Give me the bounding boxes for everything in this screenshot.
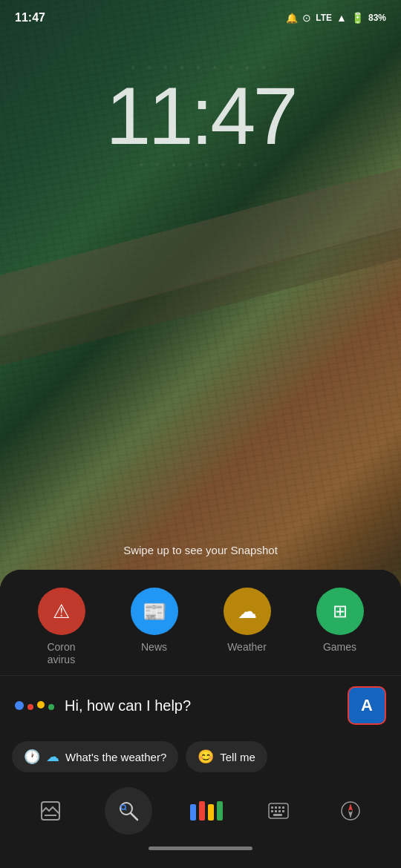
games-icon: ⊞ [316, 588, 364, 635]
lock-sub-blurred: · · · · · · · · [139, 157, 261, 172]
bottom-sheet: ⚠ Coronavirus 📰 News ☁ Weather ⊞ Games [0, 570, 401, 868]
inbox-button[interactable] [33, 793, 68, 829]
games-label: Games [323, 641, 356, 654]
bottom-nav [0, 778, 401, 841]
svg-rect-13 [282, 810, 284, 812]
svg-rect-11 [275, 810, 277, 812]
lock-clock-area: · · · · · · · · · 11:47 · · · · · · · · [0, 59, 401, 172]
weather-suggestion-chip[interactable]: 🕐 ☁ What's the weather? [12, 741, 178, 772]
assistant-bar: Hi, how can I help? A [0, 675, 401, 735]
bar-blue [190, 804, 196, 821]
google-bar-button[interactable] [189, 793, 224, 829]
snapshot-hint-text: Swipe up to see your Snapshot [123, 544, 278, 556]
status-time: 11:47 [15, 11, 45, 24]
battery-percent: 83% [368, 13, 386, 23]
coronavirus-icon: ⚠ [38, 588, 85, 635]
svg-rect-12 [278, 810, 281, 812]
avatar-button[interactable]: A [348, 686, 386, 725]
bar-yellow [208, 804, 214, 821]
lte-signal: LTE [316, 13, 332, 23]
cloud-icon: ☁ [46, 749, 59, 765]
assistant-greeting: Hi, how can I help? [65, 697, 348, 714]
battery-icon: 🔋 [351, 12, 364, 24]
svg-marker-17 [348, 811, 353, 818]
snapshot-hint: Swipe up to see your Snapshot [0, 544, 401, 556]
weather-icon: ☁ [224, 588, 271, 635]
history-icon: 🕐 [24, 749, 40, 765]
lock-date-blurred: · · · · · · · · · [131, 59, 270, 75]
svg-rect-7 [275, 806, 277, 809]
shortcut-coronavirus[interactable]: ⚠ Coronavirus [25, 588, 99, 666]
svg-rect-9 [282, 806, 284, 809]
suggestions-row: 🕐 ☁ What's the weather? 😊 Tell me [0, 735, 401, 778]
dot-blue [15, 701, 24, 710]
svg-marker-16 [348, 803, 353, 811]
wifi-icon: ⊙ [302, 12, 311, 24]
svg-rect-10 [271, 810, 273, 812]
google-bars [190, 801, 223, 821]
news-label: News [141, 641, 167, 654]
tell-me-suggestion-chip[interactable]: 😊 Tell me [186, 741, 267, 772]
svg-rect-14 [273, 814, 282, 816]
weather-chip-text: What's the weather? [65, 751, 166, 763]
coronavirus-label: Coronavirus [47, 641, 75, 666]
smiley-icon: 😊 [198, 749, 214, 765]
shortcut-games[interactable]: ⊞ Games [303, 588, 377, 666]
dot-red [27, 704, 33, 710]
google-assistant-dots [15, 701, 54, 710]
compass-button[interactable] [333, 793, 368, 829]
svg-rect-6 [271, 806, 273, 809]
dot-yellow [37, 701, 45, 708]
bar-red [199, 801, 205, 821]
dot-green [48, 704, 54, 710]
lens-button[interactable] [105, 787, 152, 835]
status-icons: 🔔 ⊙ LTE ▲ 🔋 83% [286, 12, 386, 24]
svg-line-2 [131, 813, 137, 820]
shortcut-weather[interactable]: ☁ Weather [210, 588, 284, 666]
keyboard-button[interactable] [261, 793, 296, 829]
status-bar: 11:47 🔔 ⊙ LTE ▲ 🔋 83% [0, 0, 401, 36]
weather-label: Weather [227, 641, 267, 654]
news-icon: 📰 [131, 588, 178, 635]
svg-rect-8 [278, 806, 281, 809]
shortcut-news[interactable]: 📰 News [117, 588, 192, 666]
shortcuts-row: ⚠ Coronavirus 📰 News ☁ Weather ⊞ Games [0, 570, 401, 675]
avatar-letter: A [361, 696, 373, 715]
signal-bars: ▲ [336, 12, 347, 24]
svg-line-4 [125, 809, 126, 810]
bar-green [217, 801, 223, 821]
alarm-icon: 🔔 [286, 13, 298, 24]
tell-me-chip-text: Tell me [220, 751, 255, 763]
home-indicator[interactable] [149, 846, 252, 850]
lock-time: 11:47 [105, 75, 295, 157]
